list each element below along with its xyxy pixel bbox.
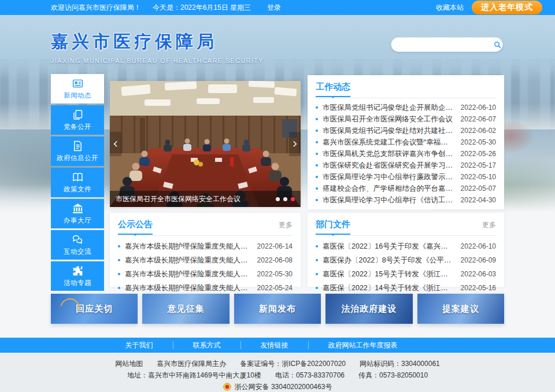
bullet-dot	[118, 259, 120, 261]
news-item[interactable]: 市医保局党组书记冯俊华赴结对共建社区指导全国文... 2022-06-02	[316, 125, 496, 136]
sidebar-item-label: 政府信息公开	[57, 154, 98, 162]
section-title[interactable]: 公示公告	[118, 219, 153, 235]
conference-room-photo	[110, 81, 301, 207]
carousel-caption-bar: 市医保局召开全市医保网络安全工作会议	[110, 191, 301, 207]
quick-link-tile[interactable]: 提案建议	[417, 294, 504, 324]
bullet-dot	[316, 164, 318, 167]
news-item[interactable]: 嘉兴市本级长期护理保险重度失能人员名单公示（2... 2022-05-30	[118, 267, 293, 281]
news-item-title: 嘉医保〔2022〕14号关于转发《浙江省医疗保...	[323, 283, 455, 293]
bullet-dot	[316, 130, 318, 132]
news-item-date: 2022-06-09	[461, 256, 496, 264]
news-item-date: 2022-06-02	[461, 127, 496, 135]
tile-label: 回应关切	[76, 304, 113, 315]
login-link[interactable]: 登录	[267, 3, 281, 13]
welcome-text: 欢迎访问嘉兴市医疗保障局！	[51, 3, 141, 13]
news-item[interactable]: 嘉兴市医保系统党建工作会议暨“幸福医保”党建联... 2022-05-30	[316, 136, 496, 148]
quick-link-tile[interactable]: 新闻发布	[234, 294, 321, 324]
bullet-dot	[316, 273, 318, 275]
news-item[interactable]: 市医保局党组书记冯俊华赴企开展助企纾困活动 2022-06-10	[316, 102, 496, 113]
chat-icon	[72, 234, 84, 246]
footer-nav-link[interactable]: 关于我们	[106, 341, 173, 349]
carousel-dot[interactable]	[291, 197, 295, 201]
news-item-title: 市医保研究会赴省医保研究会开展学习交流活动	[323, 161, 455, 171]
tile-label: 提案建议	[442, 304, 479, 315]
news-item[interactable]: 嘉兴市本级长期护理保险重度失能人员名单公示（2... 2022-06-08	[118, 253, 293, 267]
news-item[interactable]: 嘉兴市本级长期护理保险重度失能人员名单公示（2... 2022-06-14	[118, 239, 293, 253]
news-item-title: 嘉医保办〔2022〕8号关于印发《公平竞争审查...	[323, 256, 455, 265]
news-carousel: 市医保局召开全市医保网络安全工作会议	[110, 81, 301, 207]
news-item-date: 2022-05-16	[461, 284, 496, 292]
quick-link-tile[interactable]: 意见征集	[142, 294, 229, 324]
bullet-dot	[316, 259, 318, 261]
quick-link-tile[interactable]: 法治政府建设	[325, 294, 412, 324]
footer-nav-link[interactable]: 政府网站工作年度报表	[309, 341, 417, 349]
sidebar-item[interactable]: 政策文件	[51, 168, 104, 197]
footer-info: 网站地图嘉兴市医疗保障局主办备案证编号：浙ICP备2022007020网站标识码…	[0, 353, 555, 392]
footer-text-segment: 备案证编号：浙ICP备2022007020	[240, 360, 346, 368]
search-input[interactable]	[391, 40, 493, 49]
section-title[interactable]: 工作动态	[316, 81, 350, 97]
footer-nav-link[interactable]: 联系方式	[173, 341, 241, 349]
news-item[interactable]: 嘉医保办〔2022〕8号关于印发《公平竞争审查... 2022-06-09	[316, 253, 496, 267]
news-item[interactable]: 嘉医保〔2022〕16号关于印发《嘉兴市医疗保... 2022-06-10	[316, 239, 496, 253]
sidebar-item[interactable]: 互动交流	[51, 230, 104, 260]
carousel-dot[interactable]	[283, 197, 287, 201]
footer-text-segment: 地址：嘉兴市中环南路1469号中南大厦10楼	[127, 371, 261, 379]
news-item-title: 嘉兴市本级长期护理保险重度失能人员名单公示（2...	[125, 283, 251, 293]
news-item-title: 嘉兴市本级长期护理保险重度失能人员名单公示（2...	[125, 242, 251, 252]
quick-link-tile[interactable]: 回应关切	[51, 294, 138, 324]
footer-text-segment: 嘉兴市医疗保障局主办	[157, 360, 226, 368]
sidebar-item[interactable]: 新闻动态	[51, 74, 104, 103]
carousel-prev-button[interactable]	[110, 132, 121, 156]
announcements-list: 嘉兴市本级长期护理保险重度失能人员名单公示（2... 2022-06-14 嘉兴…	[118, 239, 293, 295]
bullet-dot	[316, 199, 318, 201]
announcements-panel: 公示公告 更多 嘉兴市本级长期护理保险重度失能人员名单公示（2... 2022-…	[110, 213, 301, 287]
elder-mode-button[interactable]: 进入老年模式	[472, 1, 542, 14]
news-item[interactable]: 市医保局理论学习中心组举行《信访工作条例》专题... 2022-04-30	[316, 194, 496, 206]
bullet-dot	[316, 287, 318, 289]
more-link[interactable]: 更多	[482, 220, 496, 230]
news-item[interactable]: 市医保研究会赴省医保研究会开展学习交流活动 2022-05-17	[316, 160, 496, 171]
news-item[interactable]: 嘉兴市本级长期护理保险重度失能人员名单公示（2... 2022-05-24	[118, 281, 293, 295]
bullet-dot	[316, 106, 318, 109]
news-item[interactable]: 嘉医保〔2022〕14号关于转发《浙江省医疗保... 2022-05-16	[316, 281, 496, 295]
footer-text-segment: 电话：0573-83370706	[275, 371, 345, 379]
footer-text-segment: 网站标识码：3304000061	[360, 360, 440, 368]
sidebar-item[interactable]: 政府信息公开	[51, 136, 104, 166]
news-item-date: 2022-06-10	[461, 103, 496, 112]
security-record-text[interactable]: 浙公网安备 33040202000463号	[235, 381, 332, 392]
news-item[interactable]: 搭建校企合作、产学研相结合的平台嘉兴市长期护理... 2022-05-07	[316, 183, 496, 194]
search-button[interactable]	[493, 38, 502, 51]
sidebar-item[interactable]: 活动专题	[51, 261, 104, 291]
search-icon	[493, 40, 502, 49]
news-item[interactable]: 市医保局召开全市医保网络安全工作会议 2022-06-07	[316, 113, 496, 125]
news-item-title: 嘉医保〔2022〕15号关于转发《浙江省医疗保...	[323, 269, 455, 279]
section-header: 工作动态	[316, 81, 496, 98]
news-item-title: 搭建校企合作、产学研相结合的平台嘉兴市长期护理...	[323, 184, 455, 194]
news-item[interactable]: 嘉医保〔2022〕15号关于转发《浙江省医疗保... 2022-06-03	[316, 267, 496, 281]
news-item-title: 市医保局理论学习中心组举行《信访工作条例》专题...	[323, 195, 455, 205]
sidebar-item-label: 办事大厅	[64, 216, 91, 225]
sidebar-item[interactable]: 党务公开	[51, 105, 104, 135]
tile-label: 意见征集	[168, 304, 205, 315]
news-item-title: 市医保局召开全市医保网络安全工作会议	[323, 114, 455, 124]
sidebar-item-label: 政策文件	[64, 185, 91, 194]
page: 欢迎访问嘉兴市医疗保障局！ 今天是：2022年6月15日 星期三 登录 收藏本站…	[0, 0, 555, 392]
chevron-right-icon	[291, 140, 299, 148]
bank-icon	[72, 202, 84, 215]
carousel-dot[interactable]	[276, 197, 280, 201]
quick-link-tiles: 回应关切 意见征集 新闻发布 法治政府建设 提案建议	[51, 294, 504, 324]
carousel-caption[interactable]: 市医保局召开全市医保网络安全工作会议	[116, 194, 270, 204]
carousel-dots	[276, 197, 295, 201]
news-item-date: 2022-06-07	[461, 115, 496, 123]
sidebar-item[interactable]: 办事大厅	[51, 199, 104, 228]
more-link[interactable]: 更多	[279, 220, 293, 230]
carousel-next-button[interactable]	[289, 132, 301, 156]
news-item[interactable]: 市医保局理论学习中心组举行廉政警示教育专题学习... 2022-05-10	[316, 171, 496, 183]
favorite-site-link[interactable]: 收藏本站	[436, 3, 464, 13]
section-title[interactable]: 部门文件	[316, 219, 350, 235]
news-item-date: 2022-05-30	[461, 138, 496, 146]
footer-nav-link[interactable]: 友情链接	[241, 341, 309, 349]
bullet-dot	[316, 187, 318, 190]
news-item[interactable]: 市医保局机关党总支部获评嘉兴市争创“建设清廉机... 2022-05-26	[316, 148, 496, 160]
